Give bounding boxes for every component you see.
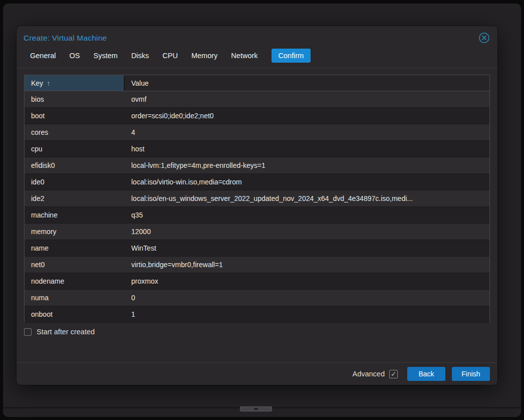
cell-value: local:iso/en-us_windows_server_2022_upda… <box>125 190 489 206</box>
tab-confirm[interactable]: Confirm <box>272 49 311 63</box>
tab-system[interactable]: System <box>94 49 118 63</box>
column-header-key-label: Key <box>31 79 43 87</box>
table-row[interactable]: nameWinTest <box>25 240 489 257</box>
cell-key: net0 <box>25 257 125 273</box>
cell-key: ide2 <box>25 190 125 206</box>
cell-value: 1 <box>125 306 489 322</box>
tab-memory[interactable]: Memory <box>191 49 217 63</box>
chevron-down-icon <box>253 408 258 410</box>
back-button[interactable]: Back <box>407 367 445 381</box>
panel-collapse-handle[interactable] <box>240 406 272 411</box>
cell-key: name <box>25 240 125 256</box>
finish-button[interactable]: Finish <box>452 367 490 381</box>
cell-key: efidisk0 <box>25 157 125 173</box>
page-background: Create: Virtual Machine GeneralOSSystemD… <box>3 4 521 417</box>
column-header-value-label: Value <box>131 79 149 87</box>
table-row[interactable]: cpuhost <box>25 141 489 157</box>
advanced-label: Advanced <box>353 370 385 378</box>
table-row[interactable]: ide0local:iso/virtio-win.iso,media=cdrom <box>25 174 489 190</box>
cell-key: boot <box>25 108 125 124</box>
dialog-title: Create: Virtual Machine <box>24 34 107 43</box>
advanced-toggle-wrap: Advanced ✓ <box>353 370 398 378</box>
cell-value: virtio,bridge=vmbr0,firewall=1 <box>125 257 489 273</box>
tab-network[interactable]: Network <box>231 49 257 63</box>
cell-key: onboot <box>25 306 125 322</box>
cell-value: 12000 <box>125 224 489 240</box>
table-row[interactable]: memory12000 <box>25 224 489 240</box>
table-row[interactable]: biosovmf <box>25 91 489 108</box>
cell-value: local:iso/virtio-win.iso,media=cdrom <box>125 174 489 190</box>
cell-key: bios <box>25 91 125 107</box>
table-header-row: Key ↑ Value <box>25 75 489 91</box>
table-row[interactable]: numa0 <box>25 290 489 306</box>
sort-ascending-icon: ↑ <box>47 79 50 87</box>
tab-os[interactable]: OS <box>70 49 80 63</box>
dialog-footer: Advanced ✓ Back Finish <box>17 362 497 385</box>
advanced-checkbox[interactable]: ✓ <box>389 370 398 378</box>
column-header-key[interactable]: Key ↑ <box>25 75 125 91</box>
table-row[interactable]: machineq35 <box>25 207 489 224</box>
table-row[interactable]: nodenameproxmox <box>25 273 489 290</box>
table-row[interactable]: onboot1 <box>25 306 489 323</box>
cell-key: nodename <box>25 273 125 289</box>
cell-key: ide0 <box>25 174 125 190</box>
close-icon[interactable] <box>478 32 490 44</box>
dialog-header: Create: Virtual Machine <box>17 26 497 47</box>
column-header-value[interactable]: Value <box>125 75 489 91</box>
cell-key: cores <box>25 124 125 140</box>
cell-value: ovmf <box>125 91 489 107</box>
tab-disks[interactable]: Disks <box>131 49 149 63</box>
cell-value: 0 <box>125 290 489 306</box>
tab-general[interactable]: General <box>30 49 56 63</box>
table-row[interactable]: bootorder=scsi0;ide0;ide2;net0 <box>25 108 489 124</box>
start-after-created-row: Start after created <box>24 328 490 336</box>
cell-value: WinTest <box>125 240 489 256</box>
cell-value: order=scsi0;ide0;ide2;net0 <box>125 108 489 124</box>
cell-key: memory <box>25 224 125 240</box>
start-after-created-label: Start after created <box>37 328 95 336</box>
cell-key: numa <box>25 290 125 306</box>
cell-value: 4 <box>125 124 489 140</box>
tab-cpu[interactable]: CPU <box>162 49 178 63</box>
cell-value: proxmox <box>125 273 489 289</box>
confirm-settings-table: Key ↑ Value biosovmfbootorder=scsi0;ide0… <box>24 75 490 323</box>
grid-body: biosovmfbootorder=scsi0;ide0;ide2;net0co… <box>25 91 489 323</box>
cell-value: q35 <box>125 207 489 223</box>
tab-bar: GeneralOSSystemDisksCPUMemoryNetworkConf… <box>17 47 497 68</box>
start-after-created-checkbox[interactable] <box>24 328 32 336</box>
cell-key: cpu <box>25 141 125 157</box>
dialog-body: Key ↑ Value biosovmfbootorder=scsi0;ide0… <box>17 68 497 362</box>
table-row[interactable]: net0virtio,bridge=vmbr0,firewall=1 <box>25 257 489 273</box>
cell-value: local-lvm:1,efitype=4m,pre-enrolled-keys… <box>125 157 489 173</box>
cell-key: machine <box>25 207 125 223</box>
table-row[interactable]: efidisk0local-lvm:1,efitype=4m,pre-enrol… <box>25 157 489 174</box>
create-vm-dialog: Create: Virtual Machine GeneralOSSystemD… <box>17 26 497 385</box>
table-row[interactable]: ide2local:iso/en-us_windows_server_2022_… <box>25 190 489 207</box>
table-row[interactable]: cores4 <box>25 124 489 141</box>
cell-value: host <box>125 141 489 157</box>
